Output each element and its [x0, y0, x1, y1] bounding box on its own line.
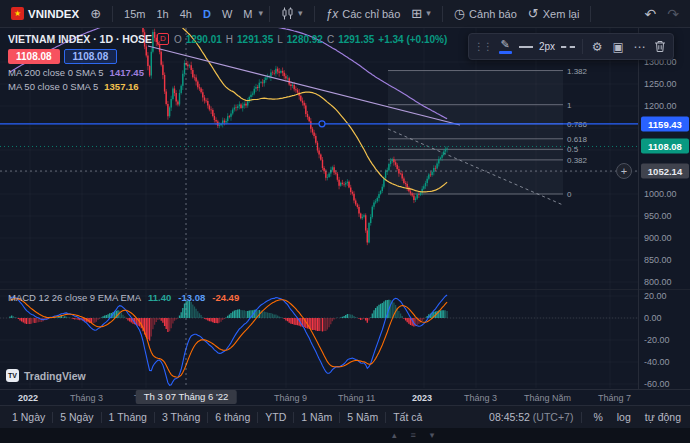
separator — [52, 412, 53, 423]
delete-icon[interactable] — [650, 36, 670, 57]
range-button-7[interactable]: 1 Năm — [295, 409, 338, 425]
separator — [257, 412, 258, 423]
collapse-up-icon[interactable]: ▴ — [392, 430, 397, 440]
hline-price-tag[interactable]: 1159.43 — [641, 116, 689, 131]
top-toolbar: ★ VNINDEX ⊕ 15m1h4hDWM ▾ ▾ ƒx Các chỉ bá… — [0, 0, 690, 28]
ma200-label: MA 200 close 0 SMA 5 — [8, 67, 104, 78]
price-axis-label: 900.00 — [644, 233, 672, 243]
ma50-value: 1357.16 — [104, 81, 138, 92]
svg-text:1.382: 1.382 — [567, 67, 588, 76]
indicators-label: Các chỉ báo — [342, 8, 400, 20]
range-button-4[interactable]: 3 Tháng — [156, 409, 206, 425]
clone-icon[interactable]: ▣ — [608, 36, 628, 57]
macd-legend[interactable]: MACD 12 26 close 9 EMA EMA 11.40 -13.08 … — [8, 292, 239, 303]
separator — [582, 39, 583, 54]
timeframe-1h[interactable]: 1h — [151, 5, 173, 23]
separator — [339, 412, 340, 423]
line-style-button[interactable] — [558, 36, 578, 57]
separator — [442, 6, 443, 22]
timeframe-4h[interactable]: 4h — [175, 5, 197, 23]
svg-text:0.618: 0.618 — [567, 135, 588, 144]
tradingview-watermark[interactable]: TV TradingView — [6, 369, 86, 382]
last-price-tag[interactable]: 1108.08 — [641, 139, 689, 154]
add-alert-plus-button[interactable]: + — [616, 163, 632, 179]
auto-scale-button[interactable]: tự động — [642, 409, 684, 425]
time-label: Tháng 7 — [598, 393, 631, 403]
high-value: 1291.35 — [237, 34, 273, 45]
layout-grid-button[interactable]: ⊞ ▾ — [406, 4, 435, 23]
percent-scale-button[interactable]: % — [590, 409, 605, 425]
open-value: 1290.01 — [186, 34, 222, 45]
line-width-sample[interactable] — [516, 36, 536, 57]
settings-gear-icon[interactable]: ⚙ — [587, 36, 607, 57]
separator — [154, 412, 155, 423]
range-button-1[interactable]: 1 Ngày — [6, 409, 51, 425]
timeframe-15m[interactable]: 15m — [119, 5, 150, 23]
low-value: 1280.92 — [287, 34, 323, 45]
separator — [581, 412, 582, 423]
range-button-6[interactable]: YTD — [259, 409, 292, 425]
svg-text:0: 0 — [567, 190, 572, 199]
menu-lines-icon[interactable]: ≡ — [411, 430, 416, 440]
ohlc-values: O1290.01 H1291.35 L1280.92 C1291.35 +1.3… — [174, 34, 447, 45]
line-width-button[interactable]: 2px — [537, 36, 557, 57]
separator — [314, 6, 315, 22]
crosshair-date-tooltip: Th 3 07 Tháng 6 '22 — [136, 390, 237, 404]
clock-time: 08:45:52 — [489, 411, 530, 423]
macd-axis-label: 20.00 — [644, 291, 667, 301]
clock-timezone: (UTC+7) — [533, 411, 574, 423]
separator — [101, 412, 102, 423]
collapse-down-icon[interactable]: ▾ — [430, 430, 435, 440]
compare-add-button[interactable]: ⊕ — [85, 4, 106, 23]
tradingview-app: ★ VNINDEX ⊕ 15m1h4hDWM ▾ ▾ ƒx Các chỉ bá… — [0, 0, 690, 443]
chevron-down-icon: ▾ — [426, 9, 431, 18]
alert-label: Cảnh báo — [469, 8, 517, 20]
close-value: 1291.35 — [338, 34, 374, 45]
chart-type-button[interactable]: ▾ — [276, 4, 308, 23]
high-label: H — [226, 34, 233, 45]
separator — [112, 6, 113, 22]
log-scale-button[interactable]: log — [614, 409, 634, 425]
macd-hist-value: 11.40 — [148, 292, 171, 303]
macd-signal-value: -24.49 — [212, 292, 239, 303]
ma200-legend[interactable]: MA 200 close 0 SMA 5 1417.45 — [8, 67, 447, 78]
open-label: O — [174, 34, 182, 45]
crosshair-price-tag[interactable]: 1052.14 — [641, 164, 689, 179]
ma200-value: 1417.45 — [110, 67, 144, 78]
range-button-3[interactable]: 1 Tháng — [103, 409, 153, 425]
brush-color-button[interactable]: ✎ — [495, 36, 515, 57]
undo-icon[interactable]: ↶ — [640, 5, 662, 23]
alert-button[interactable]: ◷ Cảnh báo — [449, 4, 522, 23]
price-axis-label: 800.00 — [644, 277, 672, 287]
clock[interactable]: 08:45:52 (UTC+7) — [489, 411, 573, 423]
timeframe-d[interactable]: D — [198, 5, 216, 23]
replay-button[interactable]: ↺ Xem lại — [523, 4, 585, 23]
range-button-2[interactable]: 5 Ngày — [54, 409, 99, 425]
drag-handle-icon[interactable]: ⋮⋮ — [472, 36, 494, 57]
buy-button[interactable]: 1108.08 — [64, 49, 118, 64]
replay-icon: ↺ — [528, 7, 539, 20]
range-button-8[interactable]: 5 Năm — [341, 409, 384, 425]
chart-legend: VIETNAM INDEX · 1D · HOSE D O1290.01 H12… — [8, 33, 447, 92]
price-axis-label: 1200.00 — [644, 101, 677, 111]
separator — [269, 6, 270, 22]
ma50-legend[interactable]: MA 50 close 0 SMA 5 1357.16 — [8, 81, 447, 92]
low-label: L — [277, 34, 283, 45]
timeframe-m[interactable]: M — [238, 5, 257, 23]
more-options-icon[interactable]: ⋯ — [629, 36, 649, 57]
sell-button[interactable]: 1108.08 — [8, 49, 60, 64]
timeframe-w[interactable]: W — [217, 5, 237, 23]
range-button-5[interactable]: 6 tháng — [209, 409, 256, 425]
svg-text:1: 1 — [567, 101, 572, 110]
pane-divider[interactable] — [0, 289, 690, 290]
symbol-info-row[interactable]: VIETNAM INDEX · 1D · HOSE D O1290.01 H12… — [8, 33, 447, 45]
timeframe-chevron-down-icon[interactable]: ▾ — [258, 9, 263, 18]
redo-icon[interactable]: ↷ — [662, 5, 684, 23]
price-scale[interactable]: 1300.001250.001200.001000.00950.00900.00… — [638, 28, 690, 389]
time-axis[interactable]: 2022Tháng 3Tháng 5Tháng 9Tháng 112023Thá… — [0, 389, 690, 405]
symbol-button[interactable]: ★ VNINDEX — [6, 4, 84, 23]
macd-axis-label: -20.00 — [644, 335, 670, 345]
range-button-9[interactable]: Tất cả — [387, 409, 428, 425]
trash-icon — [654, 40, 666, 53]
indicators-button[interactable]: ƒx Các chỉ báo — [321, 5, 406, 23]
